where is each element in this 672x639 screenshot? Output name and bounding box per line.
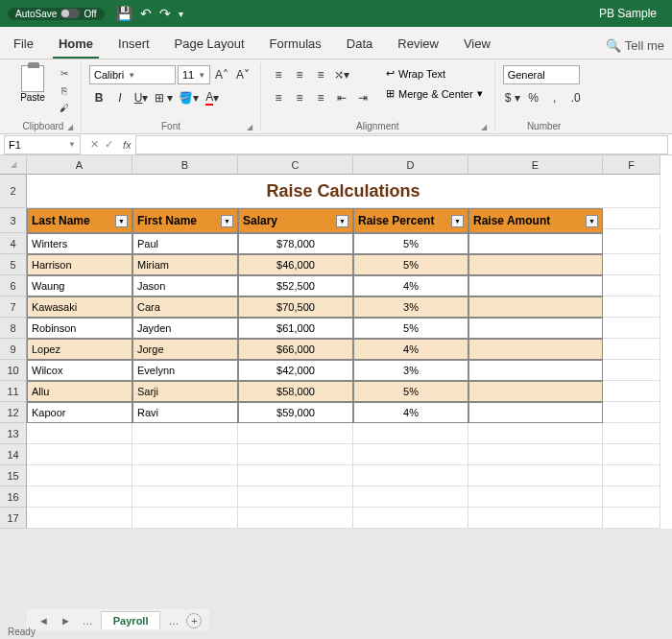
table-header-raise-amount[interactable]: Raise Amount▼	[468, 208, 603, 233]
row-header-7[interactable]: 7	[0, 296, 27, 318]
cell-f10[interactable]	[603, 360, 660, 381]
cell-first-5[interactable]: Miriam	[132, 254, 238, 275]
cell-salary-10[interactable]: $42,000	[238, 360, 353, 381]
cell-D13[interactable]	[353, 423, 468, 444]
cell-last-5[interactable]: Harrison	[27, 254, 132, 275]
cell-D17[interactable]	[353, 508, 468, 529]
row-header-4[interactable]: 4	[0, 233, 27, 254]
column-header-B[interactable]: B	[132, 155, 238, 175]
cell-A16[interactable]	[27, 486, 132, 508]
cell-amount-12[interactable]	[468, 402, 603, 423]
cell-last-10[interactable]: Wilcox	[27, 360, 132, 381]
tell-me-search[interactable]: 🔍 Tell me	[606, 33, 664, 59]
column-header-C[interactable]: C	[238, 155, 353, 175]
cell-amount-7[interactable]	[468, 296, 603, 318]
column-header-A[interactable]: A	[27, 155, 132, 175]
cell-f8[interactable]	[603, 318, 660, 339]
cell-last-12[interactable]: Kapoor	[27, 402, 132, 423]
align-middle-button[interactable]: ≡	[290, 65, 309, 84]
redo-icon[interactable]: ↷	[159, 6, 171, 21]
cell-salary-12[interactable]: $59,000	[238, 402, 353, 423]
name-box[interactable]: F1▼	[4, 135, 81, 154]
cell-amount-5[interactable]	[468, 254, 603, 275]
cell-C13[interactable]	[238, 423, 353, 444]
cell-first-6[interactable]: Jason	[132, 275, 238, 296]
cell-E14[interactable]	[468, 444, 603, 465]
merge-center-button[interactable]: ⊞Merge & Center ▾	[382, 85, 487, 102]
cell-pct-7[interactable]: 3%	[353, 296, 468, 318]
table-header-salary[interactable]: Salary▼	[238, 208, 353, 233]
cell-pct-6[interactable]: 4%	[353, 275, 468, 296]
tab-formulas[interactable]: Formulas	[264, 33, 327, 59]
cell-B17[interactable]	[132, 508, 238, 529]
sheet-nav-next[interactable]: ►	[57, 615, 75, 627]
column-header-E[interactable]: E	[468, 155, 603, 175]
filter-dropdown-icon[interactable]: ▼	[451, 215, 464, 227]
cell-salary-11[interactable]: $58,000	[238, 381, 353, 402]
worksheet-grid[interactable]: 234567891011121314151617 Raise Calculati…	[0, 175, 672, 529]
align-top-button[interactable]: ≡	[269, 65, 288, 84]
cell-A15[interactable]	[27, 465, 132, 486]
cell-first-9[interactable]: Jorge	[132, 339, 238, 360]
cell-salary-5[interactable]: $46,000	[238, 254, 353, 275]
cell-amount-10[interactable]	[468, 360, 603, 381]
cell-E15[interactable]	[468, 465, 603, 486]
cell-F14[interactable]	[603, 444, 660, 465]
cell-F16[interactable]	[603, 486, 660, 508]
table-header-first-name[interactable]: First Name▼	[132, 208, 238, 233]
cell-last-8[interactable]: Robinson	[27, 318, 132, 339]
row-header-11[interactable]: 11	[0, 381, 27, 402]
font-size-combo[interactable]: 11▼	[178, 65, 210, 84]
cell-F13[interactable]	[603, 423, 660, 444]
cell-pct-11[interactable]: 5%	[353, 381, 468, 402]
cell-first-10[interactable]: Evelynn	[132, 360, 238, 381]
cell-salary-6[interactable]: $52,500	[238, 275, 353, 296]
cell-f7[interactable]	[603, 296, 660, 318]
autosave-toggle[interactable]: AutoSave Off	[8, 8, 105, 20]
cell-D14[interactable]	[353, 444, 468, 465]
underline-button[interactable]: U ▾	[132, 88, 151, 107]
tab-insert[interactable]: Insert	[112, 33, 156, 59]
comma-button[interactable]: ,	[545, 88, 564, 107]
tab-home[interactable]: Home	[53, 33, 99, 59]
cell-first-4[interactable]: Paul	[132, 233, 238, 254]
table-header-raise-percent[interactable]: Raise Percent▼	[353, 208, 468, 233]
cell-f3[interactable]	[603, 208, 660, 229]
cell-pct-8[interactable]: 5%	[353, 318, 468, 339]
row-header-9[interactable]: 9	[0, 339, 27, 360]
filter-dropdown-icon[interactable]: ▼	[336, 215, 348, 227]
align-right-button[interactable]: ≡	[311, 88, 330, 107]
format-painter-button[interactable]: 🖌	[56, 100, 73, 115]
cell-f12[interactable]	[603, 402, 660, 423]
undo-icon[interactable]: ↶	[140, 6, 152, 21]
tab-data[interactable]: Data	[341, 33, 378, 59]
cell-f9[interactable]	[603, 339, 660, 360]
row-header-14[interactable]: 14	[0, 444, 27, 465]
tab-view[interactable]: View	[458, 33, 496, 59]
align-center-button[interactable]: ≡	[290, 88, 309, 107]
cell-amount-4[interactable]	[468, 233, 603, 254]
font-dialog-launcher[interactable]: ◢	[247, 123, 252, 131]
cell-pct-10[interactable]: 3%	[353, 360, 468, 381]
cell-A13[interactable]	[27, 423, 132, 444]
cell-last-9[interactable]: Lopez	[27, 339, 132, 360]
row-header-2[interactable]: 2	[0, 175, 27, 208]
decrease-indent-button[interactable]: ⇤	[332, 88, 351, 107]
cell-C14[interactable]	[238, 444, 353, 465]
row-header-16[interactable]: 16	[0, 486, 27, 508]
cell-B15[interactable]	[132, 465, 238, 486]
row-header-5[interactable]: 5	[0, 254, 27, 275]
select-all-corner[interactable]: ◢	[0, 155, 27, 175]
add-sheet-button[interactable]: +	[186, 613, 202, 628]
cell-C16[interactable]	[238, 486, 353, 508]
font-name-combo[interactable]: Calibri▼	[89, 65, 176, 84]
cell-salary-4[interactable]: $78,000	[238, 233, 353, 254]
cell-A17[interactable]	[27, 508, 132, 529]
wrap-text-button[interactable]: ↩Wrap Text	[382, 65, 487, 82]
cell-first-7[interactable]: Cara	[132, 296, 238, 318]
cell-f4[interactable]	[603, 233, 660, 254]
cell-E17[interactable]	[468, 508, 603, 529]
row-header-10[interactable]: 10	[0, 360, 27, 381]
paste-button[interactable]: Paste	[13, 65, 52, 103]
row-header-12[interactable]: 12	[0, 402, 27, 423]
